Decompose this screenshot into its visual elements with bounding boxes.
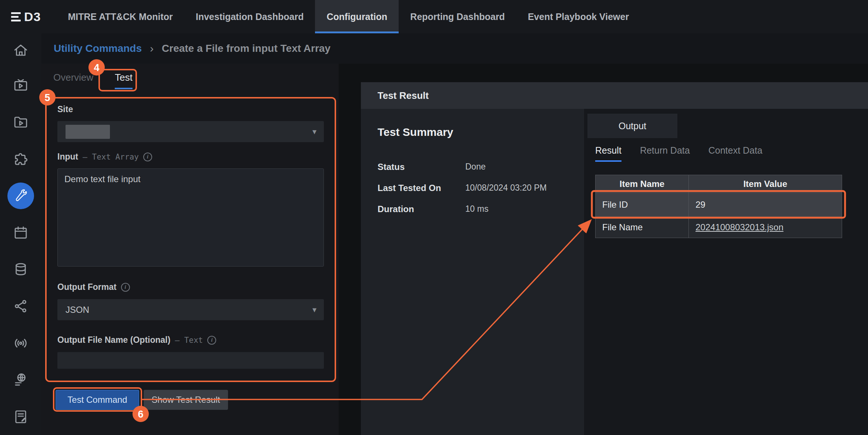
file-name-link[interactable]: 20241008032013.json [696,222,784,232]
test-result-title: Test Result [378,90,429,101]
output-section: Output Result Return Data Context Data I… [584,109,868,435]
sidebar-event-monitor-icon[interactable] [0,67,41,104]
input-textarea[interactable]: Demo text file input [57,168,324,267]
tab-result[interactable]: Result [595,145,621,162]
test-summary-fields: Status Done Last Tested On 10/08/2024 03… [378,156,547,220]
sidebar-active-indicator [7,183,34,209]
sidebar-broadcast-icon[interactable] [0,325,41,361]
summary-row-status: Status Done [378,156,547,177]
tab-output[interactable]: Output [587,114,677,138]
tab-test[interactable]: Test [115,72,133,89]
show-test-result-button[interactable]: Show Test Result [144,390,228,410]
app-root: D3 MITRE ATT&CK Monitor Investigation Da… [0,0,868,435]
command-panel-tabs: Overview Test [53,72,133,89]
table-row-file-name: File Name 20241008032013.json [596,217,842,238]
output-format-dropdown[interactable]: JSON [57,299,324,320]
duration-value: 10 ms [465,204,489,214]
result-tabs: Result Return Data Context Data [595,145,763,162]
nav-item-event-playbook-viewer[interactable]: Event Playbook Viewer [516,0,640,33]
breadcrumb-chevron-icon: › [150,42,154,55]
output-file-name-type-hint: – Text [175,336,203,345]
col-item-name: Item Name [596,175,689,193]
test-result-header: Test Result [361,82,868,109]
tab-overview[interactable]: Overview [53,72,93,89]
output-file-name-label: Output File Name (Optional) – Text [57,335,216,345]
result-table: Item Name Item Value File ID 29 File Nam… [595,175,842,238]
chevron-down-icon [312,305,316,315]
icon-sidebar [0,33,41,435]
chevron-down-icon [312,127,316,137]
sidebar-global-user-icon[interactable] [0,361,41,398]
info-icon[interactable] [121,283,130,292]
sidebar-report-edit-icon[interactable] [0,398,41,435]
input-type-hint: – Text Array [83,153,139,161]
top-navigation: D3 MITRE ATT&CK Monitor Investigation Da… [0,0,868,33]
test-summary-title: Test Summary [378,126,453,138]
test-command-button[interactable]: Test Command [56,390,139,410]
summary-row-last-tested: Last Tested On 10/08/2024 03:20 PM [378,177,547,198]
nav-item-investigation-dashboard[interactable]: Investigation Dashboard [184,0,315,33]
d3-logo[interactable]: D3 [0,0,51,33]
site-selected-value-redacted [66,125,110,139]
output-format-selected-value: JSON [66,305,89,315]
input-label: Input – Text Array [57,152,152,162]
breadcrumb-current-page: Create a File from input Text Array [162,43,331,54]
table-row-file-id: File ID 29 [596,193,842,217]
result-table-header-row: Item Name Item Value [596,175,842,193]
nav-item-reporting-dashboard[interactable]: Reporting Dashboard [399,0,516,33]
output-file-name-input[interactable] [57,352,324,369]
sidebar-connections-icon[interactable] [0,288,41,325]
file-id-name-cell: File ID [596,193,689,217]
summary-row-duration: Duration 10 ms [378,198,547,220]
sidebar-calendar-icon[interactable] [0,214,41,251]
info-icon[interactable] [207,336,216,345]
command-panel: Overview Test Site Input – Text Array De… [41,64,339,435]
sidebar-database-icon[interactable] [0,251,41,288]
breadcrumb: Utility Commands › Create a File from in… [41,33,868,64]
sidebar-integrations-puzzle-icon[interactable] [0,141,41,177]
tab-return-data[interactable]: Return Data [640,145,690,162]
status-value: Done [465,162,486,172]
info-icon[interactable] [143,153,152,161]
sidebar-home-icon[interactable] [0,33,41,67]
test-result-panel: Test Result Test Summary Status Done Las… [361,82,868,435]
site-label: Site [57,104,73,114]
sidebar-playbook-folder-icon[interactable] [0,104,41,141]
file-name-name-cell: File Name [596,217,689,238]
nav-item-mitre-monitor[interactable]: MITRE ATT&CK Monitor [56,0,184,33]
breadcrumb-utility-commands-link[interactable]: Utility Commands [54,43,142,54]
file-name-value-cell: 20241008032013.json [689,217,842,238]
file-id-value-cell: 29 [689,193,842,217]
last-tested-value: 10/08/2024 03:20 PM [465,183,547,193]
tab-context-data[interactable]: Context Data [708,145,763,162]
output-format-label: Output Format [57,282,130,292]
d3-logo-text: D3 [24,10,41,24]
d3-logo-bars-icon [11,12,21,21]
nav-items: MITRE ATT&CK Monitor Investigation Dashb… [56,0,640,33]
sidebar-utility-tools-icon[interactable] [0,177,41,214]
col-item-value: Item Value [689,175,842,193]
nav-item-configuration[interactable]: Configuration [315,0,399,33]
site-dropdown[interactable] [57,121,324,142]
